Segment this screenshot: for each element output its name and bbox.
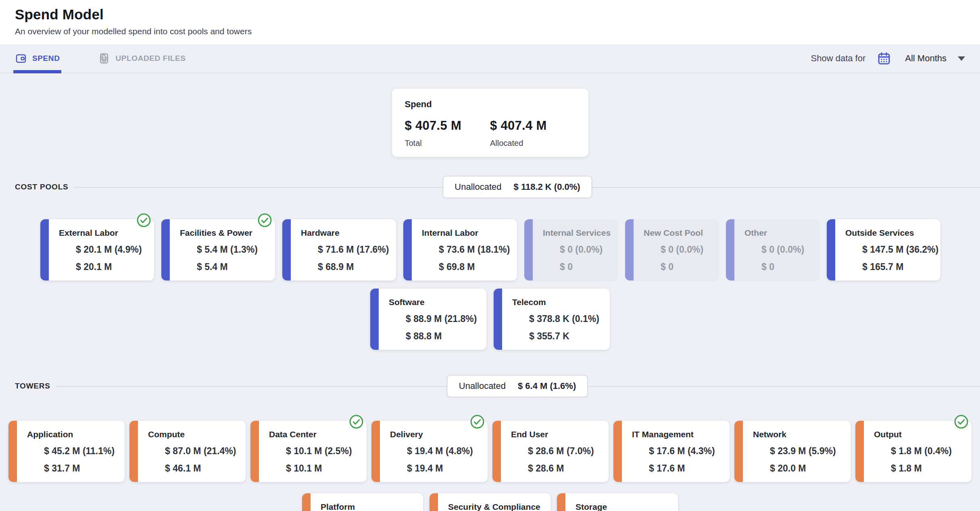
tower-card-it-management[interactable]: IT Management $ 17.6 M (4.3%) $ 17.6 M (613, 421, 730, 482)
tower-stripe (302, 493, 311, 511)
card-title: Telecom (512, 297, 599, 307)
merge-arrows-icon (512, 314, 523, 324)
tower-card-data-center[interactable]: Data Center $ 10.1 M (2.5%) $ 10.1 M (250, 421, 367, 482)
tower-card-storage[interactable]: Storage $ 38.8 M (9.5%) (557, 493, 678, 511)
cost-pool-card-other[interactable]: Other $ 0 (0.0%) $ 0 (726, 219, 819, 280)
allocated-out-value: $ 28.6 M (528, 463, 564, 474)
months-dropdown[interactable]: All Months (905, 53, 965, 64)
card-title: Outside Services (845, 228, 936, 238)
pool-stripe (625, 219, 634, 280)
summary-title: Spend (405, 99, 575, 110)
page-title: Spend Model (15, 6, 965, 23)
towers-unallocated-pill: Unallocated $ 6.4 M (1.6%) (447, 375, 588, 397)
summary-allocated: $ 407.4 M Allocated (490, 118, 575, 148)
tower-card-security-compliance[interactable]: Security & Compliance $ 33.3 M (8.2%) (430, 493, 550, 511)
split-arrows-icon (511, 463, 522, 474)
merge-arrows-icon (511, 446, 522, 457)
tab-active-indicator (13, 70, 61, 73)
split-arrows-icon (874, 463, 885, 474)
check-circle-icon (136, 213, 151, 228)
tab-bar: SPEND UPLOADED FILES Show data for All M… (0, 44, 980, 73)
allocated-out-value: $ 10.1 M (286, 463, 322, 474)
split-arrows-icon (543, 262, 554, 272)
tower-card-network[interactable]: Network $ 23.9 M (5.9%) $ 20.0 M (734, 421, 851, 482)
tower-card-platform[interactable]: Platform $ 95.2 M (23.4%) (302, 493, 423, 511)
tower-stripe (492, 421, 501, 482)
cost-pool-card-facilities-power[interactable]: Facilities & Power $ 5.4 M (1.3%) $ 5.4 … (161, 219, 275, 280)
cost-pools-row-2: Software $ 88.9 M (21.8%) $ 88.8 M Telec… (0, 289, 980, 350)
merge-arrows-icon (180, 244, 191, 255)
tower-card-application[interactable]: Application $ 45.2 M (11.1%) $ 31.7 M (8, 421, 125, 482)
tower-card-delivery[interactable]: Delivery $ 19.4 M (4.8%) $ 19.4 M (371, 421, 488, 482)
split-arrows-icon (845, 262, 856, 272)
merge-arrows-icon (390, 446, 401, 457)
cost-pool-card-internal-labor[interactable]: Internal Labor $ 73.6 M (18.1%) $ 69.8 M (403, 219, 517, 280)
card-title: Storage (575, 502, 659, 511)
tab-spend[interactable]: SPEND (15, 44, 60, 73)
tab-uploaded-files[interactable]: UPLOADED FILES (98, 44, 186, 73)
merge-arrows-icon (422, 244, 433, 255)
merge-arrows-icon (148, 446, 159, 457)
summary-total-label: Total (405, 139, 490, 148)
merge-arrows-icon (644, 244, 655, 255)
merge-arrows-icon (389, 314, 400, 324)
chevron-down-icon (958, 56, 965, 61)
tower-stripe (557, 493, 565, 511)
tower-card-output[interactable]: Output $ 1.8 M (0.4%) $ 1.8 M (855, 421, 972, 482)
tower-stripe (613, 421, 622, 482)
cost-pools-row-1: External Labor $ 20.1 M (4.9%) $ 20.1 M … (40, 219, 980, 280)
allocated-in-value: $ 23.9 M (5.9%) (770, 446, 836, 457)
unallocated-label: Unallocated (459, 381, 506, 391)
merge-arrows-icon (744, 244, 755, 255)
split-arrows-icon (390, 463, 401, 474)
pool-stripe (370, 289, 379, 350)
summary-allocated-label: Allocated (490, 139, 575, 148)
allocated-in-value: $ 87.0 M (21.4%) (165, 446, 236, 457)
allocated-in-value: $ 88.9 M (21.8%) (406, 314, 477, 324)
wallet-icon (15, 52, 27, 64)
page-subtitle: An overview of your modelled spend into … (15, 27, 965, 36)
tower-stripe (8, 421, 17, 482)
cost-pools-label: COST POOLS (0, 183, 74, 191)
cost-pool-card-internal-services[interactable]: Internal Services $ 0 (0.0%) $ 0 (524, 219, 618, 280)
cost-pool-card-external-labor[interactable]: External Labor $ 20.1 M (4.9%) $ 20.1 M (40, 219, 154, 280)
towers-label: TOWERS (0, 382, 56, 391)
tower-card-end-user[interactable]: End User $ 28.6 M (7.0%) $ 28.6 M (492, 421, 609, 482)
show-data-for-label: Show data for (811, 53, 866, 64)
content: Spend $ 407.5 M Total $ 407.4 M Allocate… (0, 89, 980, 511)
allocated-out-value: $ 69.8 M (439, 262, 475, 272)
cost-pool-card-new-cost-pool[interactable]: New Cost Pool $ 0 (0.0%) $ 0 (625, 219, 719, 280)
cost-pool-card-outside-services[interactable]: Outside Services $ 147.5 M (36.2%) $ 165… (827, 219, 940, 280)
card-title: IT Management (632, 430, 715, 439)
card-title: Output (874, 430, 952, 439)
unallocated-value: $ 118.2 K (0.0%) (514, 182, 580, 192)
towers-section-header: TOWERS Unallocated $ 6.4 M (1.6%) (0, 375, 980, 397)
page-header: Spend Model An overview of your modelled… (0, 0, 980, 44)
tower-stripe (129, 421, 138, 482)
filter-area: Show data for All Months (811, 44, 965, 73)
cost-pool-card-software[interactable]: Software $ 88.9 M (21.8%) $ 88.8 M (370, 289, 486, 350)
cost-pool-card-telecom[interactable]: Telecom $ 378.8 K (0.1%) $ 355.7 K (494, 289, 610, 350)
allocated-out-value: $ 17.6 M (649, 463, 685, 474)
card-title: Software (389, 297, 477, 307)
tower-card-compute[interactable]: Compute $ 87.0 M (21.4%) $ 46.1 M (129, 421, 246, 482)
card-title: Application (27, 430, 115, 439)
towers-row-2: Platform $ 95.2 M (23.4%) Security & Com… (0, 493, 980, 511)
allocated-in-value: $ 71.6 M (17.6%) (318, 244, 389, 255)
split-arrows-icon (632, 463, 643, 474)
merge-arrows-icon (59, 244, 70, 255)
check-circle-icon (349, 414, 364, 429)
pool-stripe (524, 219, 533, 280)
split-arrows-icon (301, 262, 312, 272)
tab-spend-label: SPEND (32, 54, 60, 63)
merge-arrows-icon (845, 244, 856, 255)
cost-pool-card-hardware[interactable]: Hardware $ 71.6 M (17.6%) $ 68.9 M (282, 219, 396, 280)
card-title: Internal Labor (422, 228, 510, 238)
calendar-button[interactable] (877, 51, 891, 66)
check-circle-icon (257, 213, 272, 228)
split-arrows-icon (422, 262, 433, 272)
unallocated-value: $ 6.4 M (1.6%) (518, 381, 576, 391)
tower-stripe (250, 421, 259, 482)
allocated-in-value: $ 17.6 M (4.3%) (649, 446, 715, 457)
allocated-out-value: $ 5.4 M (197, 262, 228, 272)
